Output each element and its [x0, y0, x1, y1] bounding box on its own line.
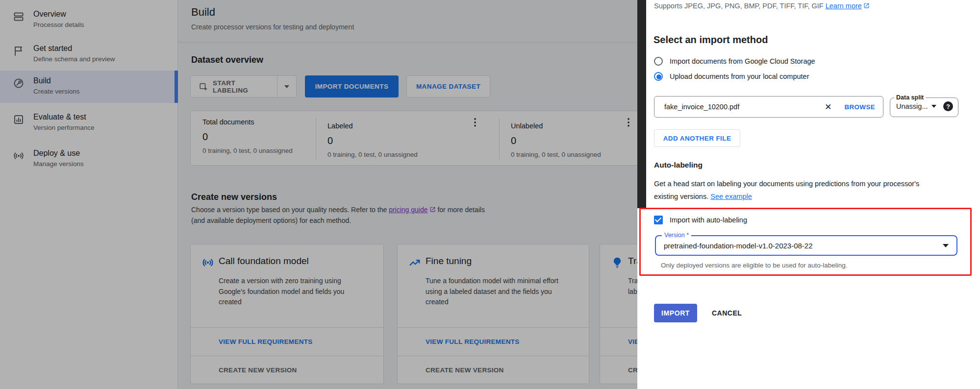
sidebar-item-build[interactable]: Build Create versions	[0, 71, 178, 103]
screen: Overview Processor details Get started D…	[0, 0, 980, 389]
chevron-down-icon	[284, 85, 289, 88]
stat-value: 0	[327, 135, 418, 146]
sidebar-item-sublabel: Processor details	[33, 21, 84, 28]
stat-label: Labeled	[327, 122, 418, 130]
active-indicator	[175, 71, 178, 103]
cancel-button[interactable]: CANCEL	[712, 304, 742, 322]
labeled-menu-icon[interactable]: ⋮	[470, 117, 480, 127]
sidebar-item-get-started[interactable]: Get started Define schema and preview	[0, 38, 178, 71]
sidebar-item-deploy-use[interactable]: Deploy & use Manage versions	[0, 143, 178, 175]
dataset-overview-heading: Dataset overview	[191, 55, 263, 65]
dropdown-caret-icon[interactable]	[943, 244, 949, 247]
background-app: Overview Processor details Get started D…	[0, 0, 637, 389]
file-input[interactable]: fake_invoice_10200.pdf ✕ BROWSE	[654, 96, 883, 118]
learn-more-link[interactable]: Learn more	[826, 2, 862, 10]
add-another-file-button[interactable]: ADD ANOTHER FILE	[654, 129, 740, 147]
versions-intro-line1: Choose a version type based on your qual…	[191, 206, 485, 214]
intro-text: Choose a version type based on your qual…	[191, 206, 389, 214]
overview-icon	[13, 11, 25, 23]
version-select[interactable]: Version * pretrained-foundation-model-v1…	[655, 235, 957, 256]
sidebar-item-label: Get started	[33, 44, 115, 53]
start-labeling-split-button: START LABELING	[190, 75, 297, 97]
data-split-select[interactable]: Data split Unassig... ?	[890, 94, 958, 117]
stat-value: 0	[202, 131, 293, 143]
start-labeling-menu-button[interactable]	[277, 76, 296, 97]
radio-import-gcs[interactable]: Import documents from Google Cloud Stora…	[654, 57, 815, 66]
import-with-auto-labeling-checkbox-row[interactable]: Import with auto-labeling	[654, 216, 747, 224]
sidebar-item-overview[interactable]: Overview Processor details	[0, 4, 178, 36]
sidebar-item-sublabel: Define schema and preview	[33, 55, 115, 63]
view-full-requirements-button[interactable]: VIEW FULL REQUIREMENTS	[191, 327, 383, 356]
radio-unselected-icon	[654, 57, 663, 66]
view-full-requirements-button[interactable]: VIEW FULL REQUIREMENTS	[600, 327, 637, 356]
stat-divider	[499, 118, 500, 159]
stat-value: 0	[511, 135, 601, 146]
stat-detail: 0 training, 0 test, 0 unassigned	[327, 151, 418, 158]
page-scrollbar-strip[interactable]	[637, 0, 646, 208]
sidebar-item-sublabel: Version performance	[33, 124, 95, 131]
import-documents-button[interactable]: IMPORT DOCUMENTS	[305, 75, 399, 97]
auto-labeling-heading: Auto-labeling	[654, 161, 703, 170]
start-labeling-button[interactable]: START LABELING	[191, 76, 277, 97]
sidebar-item-sublabel: Manage versions	[33, 160, 84, 168]
stat-detail: 0 training, 0 test, 0 unassigned	[202, 147, 293, 154]
sidebar-item-sublabel: Create versions	[33, 88, 80, 95]
page-subtitle: Create processor versions for testing an…	[191, 23, 354, 31]
label-square-plus-icon	[199, 82, 208, 92]
unlabeled-menu-icon[interactable]: ⋮	[624, 117, 633, 127]
manage-dataset-label: MANAGE DATASET	[416, 83, 480, 90]
sidebar-item-label: Build	[33, 76, 80, 85]
radio-upload-local[interactable]: Upload documents from your local compute…	[654, 72, 809, 81]
card-title: Training	[628, 256, 637, 267]
intro-text: for more details	[436, 206, 485, 214]
card-description: Train a version using your labeled datas…	[628, 276, 637, 297]
card-fine-tuning: Fine tuning Tune a foundation model with…	[397, 244, 589, 384]
pricing-guide-link[interactable]: pricing guide	[389, 206, 427, 214]
stat-labeled: Labeled 0 0 training, 0 test, 0 unassign…	[327, 111, 418, 166]
stat-detail: 0 training, 0 test, 0 unassigned	[511, 151, 601, 158]
file-name: fake_invoice_10200.pdf	[664, 103, 825, 111]
data-split-label: Data split	[894, 94, 926, 101]
auto-labeling-description: Get a head start on labeling your docume…	[654, 177, 973, 203]
sidebar-item-evaluate-test[interactable]: Evaluate & test Version performance	[0, 107, 178, 139]
supported-formats-text: Supports JPEG, JPG, PNG, BMP, PDF, TIFF,…	[654, 2, 870, 10]
dropdown-caret-icon[interactable]	[931, 105, 936, 108]
foundation-broadcast-icon	[201, 256, 214, 269]
build-wrench-icon	[13, 77, 25, 89]
manage-dataset-button[interactable]: MANAGE DATASET	[406, 75, 490, 97]
bar-chart-icon	[13, 114, 25, 125]
lightbulb-icon	[611, 256, 624, 269]
version-value: pretrained-foundation-model-v1.0-2023-08…	[664, 242, 943, 250]
create-new-version-button[interactable]: CREATE NEW VERSION	[600, 356, 637, 384]
page-title: Build	[191, 6, 215, 19]
dataset-stats-card: Total documents 0 0 training, 0 test, 0 …	[190, 111, 637, 166]
stat-label: Total documents	[202, 118, 293, 126]
build-page: Build Create processor versions for test…	[178, 0, 637, 389]
remove-file-icon[interactable]: ✕	[825, 102, 831, 112]
data-split-help-icon[interactable]: ?	[943, 101, 953, 111]
data-split-value: Unassig...	[896, 102, 928, 110]
sidebar-item-label: Evaluate & test	[33, 113, 95, 122]
create-new-version-button[interactable]: CREATE NEW VERSION	[398, 356, 589, 384]
import-method-heading: Select an import method	[653, 34, 768, 46]
sidebar-item-label: Deploy & use	[33, 149, 84, 158]
card-description: Tune a foundation model with minimal eff…	[426, 276, 558, 308]
processor-sidebar: Overview Processor details Get started D…	[0, 0, 178, 389]
card-description: Create a version with zero training usin…	[219, 276, 344, 308]
checkbox-checked-icon[interactable]	[654, 216, 663, 224]
external-link-icon	[429, 206, 436, 214]
external-link-icon	[863, 2, 870, 10]
stat-unlabeled: Unlabeled 0 0 training, 0 test, 0 unassi…	[511, 111, 601, 166]
card-title: Call foundation model	[219, 256, 309, 267]
view-full-requirements-button[interactable]: VIEW FULL REQUIREMENTS	[398, 327, 589, 356]
versions-intro-line2: (and available deployment options) for e…	[191, 217, 351, 224]
trending-up-icon	[408, 256, 421, 269]
create-new-version-button[interactable]: CREATE NEW VERSION	[191, 356, 383, 384]
browse-button[interactable]: BROWSE	[844, 103, 875, 111]
see-example-link[interactable]: See example	[710, 193, 752, 200]
sidebar-item-label: Overview	[33, 10, 84, 19]
version-field-label: Version *	[662, 232, 691, 239]
card-title: Fine tuning	[426, 256, 472, 267]
import-button[interactable]: IMPORT	[654, 304, 697, 322]
checkbox-label: Import with auto-labeling	[670, 216, 747, 224]
